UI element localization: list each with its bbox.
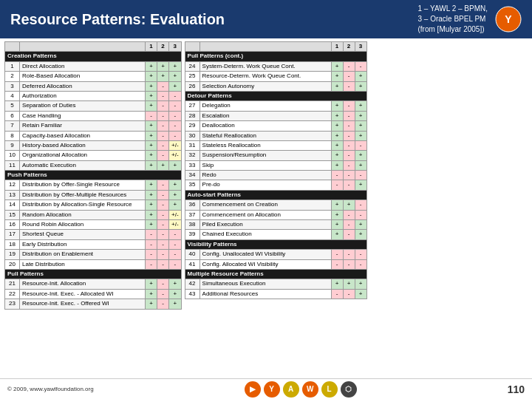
row-val-2: - xyxy=(343,140,355,150)
row-val-1: + xyxy=(146,279,157,289)
row-name: Suspension/Resumption xyxy=(200,151,331,160)
row-val-1: + xyxy=(146,200,157,210)
row-val-1: + xyxy=(331,72,343,81)
row-id: 23 xyxy=(5,299,20,309)
row-id: 10 xyxy=(5,151,20,160)
row-val-2: + xyxy=(157,61,169,71)
row-val-1: + xyxy=(146,121,157,131)
row-val-2: - xyxy=(157,111,169,120)
row-val-3: + xyxy=(169,279,182,289)
table-row: 39Chained Execution+-+ xyxy=(185,230,366,239)
row-id: 30 xyxy=(185,131,200,140)
row-name: Distribution on Enablement xyxy=(20,250,146,259)
main-content: 1 2 3 Creation Patterns1Direct Allocatio… xyxy=(0,38,532,399)
row-val-2: - xyxy=(343,111,355,120)
nav-button-5[interactable]: ⬡ xyxy=(341,381,357,398)
row-val-1: - xyxy=(331,250,343,259)
table-row: 36Commencement on Creation++- xyxy=(185,200,366,210)
row-val-1: + xyxy=(331,200,343,210)
table-row: 16Round Robin Allocation+-+/- xyxy=(5,220,182,230)
row-val-1: + xyxy=(146,160,157,170)
row-id: 16 xyxy=(5,220,20,230)
row-val-3: - xyxy=(355,210,366,219)
table-row: 18Early Distribution--- xyxy=(5,239,182,249)
row-name: Role-Based Allocation xyxy=(20,72,146,81)
header-subtitle: 1 – YAWL 2 – BPMN, 3 – Oracle BPEL PM (f… xyxy=(418,4,488,35)
row-name: Retain Familiar xyxy=(20,121,146,131)
table-row: 29Deallocation+-+ xyxy=(185,121,366,131)
footer-navigation: ▶YAWL⬡ xyxy=(245,381,357,398)
row-id: 34 xyxy=(185,171,200,180)
row-val-2: - xyxy=(157,200,169,210)
row-id: 40 xyxy=(185,250,200,259)
row-val-1: + xyxy=(331,230,343,239)
table-row: 22Resource-Init. Exec. - Allocated WI+-+ xyxy=(5,289,182,299)
row-val-1: - xyxy=(331,289,343,299)
table-row: 41Config. Allocated WI Visibility--- xyxy=(185,259,366,269)
row-val-3: - xyxy=(355,259,366,269)
row-id: 38 xyxy=(185,220,200,230)
row-val-2: - xyxy=(157,279,169,289)
row-name: Commencement on Creation xyxy=(200,200,331,210)
row-name: Resource-Init. Allocation xyxy=(20,279,146,289)
row-id: 7 xyxy=(5,121,20,131)
table-row: 1Direct Allocation+++ xyxy=(5,61,182,71)
table-row: 25Resource-Determ. Work Queue Cont.+-+ xyxy=(185,72,366,81)
right-col-header-id xyxy=(185,42,200,52)
row-val-1: + xyxy=(331,151,343,160)
row-val-3: + xyxy=(355,111,366,120)
row-name: Skip xyxy=(200,160,331,170)
right-table-container: 1 2 3 Pull Patterns (cont.)24System-Dete… xyxy=(185,41,367,310)
row-name: History-based Allocation xyxy=(20,140,146,150)
row-id: 12 xyxy=(5,180,20,190)
row-val-1: - xyxy=(146,239,157,249)
header-logo: Y xyxy=(495,6,522,33)
left-col-header-name xyxy=(20,42,146,52)
row-id: 36 xyxy=(185,200,200,210)
table-row: 3Deferred Allocation+-+ xyxy=(5,81,182,91)
row-val-1: + xyxy=(146,180,157,190)
row-val-2: - xyxy=(343,259,355,269)
row-val-2: - xyxy=(157,190,169,200)
row-val-2: + xyxy=(157,72,169,81)
row-name: Config. Allocated WI Visibility xyxy=(200,259,331,269)
section-header-row: Push Patterns xyxy=(5,171,182,180)
nav-button-2[interactable]: A xyxy=(283,381,299,398)
row-val-1: - xyxy=(146,111,157,120)
row-val-3: + xyxy=(355,151,366,160)
row-val-1: - xyxy=(146,259,157,269)
row-id: 14 xyxy=(5,200,20,210)
nav-button-0[interactable]: ▶ xyxy=(245,381,261,398)
row-val-2: - xyxy=(157,140,169,150)
row-val-3: - xyxy=(169,121,182,131)
row-val-2: - xyxy=(343,61,355,71)
row-name: Distribution by Allocation-Single Resour… xyxy=(20,200,146,210)
row-val-2: - xyxy=(343,131,355,140)
row-val-3: +/- xyxy=(169,220,182,230)
nav-button-1[interactable]: Y xyxy=(264,381,280,398)
row-name: Additional Resources xyxy=(200,289,331,299)
footer-copyright: © 2009, www.yawlfoundation.org xyxy=(7,386,94,392)
row-val-1: + xyxy=(146,72,157,81)
row-name: Deallocation xyxy=(200,121,331,131)
row-val-1: + xyxy=(146,91,157,100)
row-id: 32 xyxy=(185,151,200,160)
row-val-2: - xyxy=(157,230,169,239)
nav-button-3[interactable]: W xyxy=(302,381,318,398)
row-id: 11 xyxy=(5,160,20,170)
row-name: Late Distribution xyxy=(20,259,146,269)
row-name: Commencement on Allocation xyxy=(200,210,331,219)
row-val-3: +/- xyxy=(169,210,182,219)
row-name: Pre-do xyxy=(200,180,331,190)
nav-button-4[interactable]: L xyxy=(321,381,338,398)
row-id: 35 xyxy=(185,180,200,190)
row-val-3: + xyxy=(355,81,366,91)
row-val-2: - xyxy=(157,131,169,140)
row-name: Stateless Reallocation xyxy=(200,140,331,150)
row-id: 5 xyxy=(5,101,20,111)
row-val-1: + xyxy=(331,279,343,289)
row-id: 21 xyxy=(5,279,20,289)
row-val-1: + xyxy=(146,190,157,200)
row-val-3: + xyxy=(169,81,182,91)
row-val-1: + xyxy=(146,220,157,230)
